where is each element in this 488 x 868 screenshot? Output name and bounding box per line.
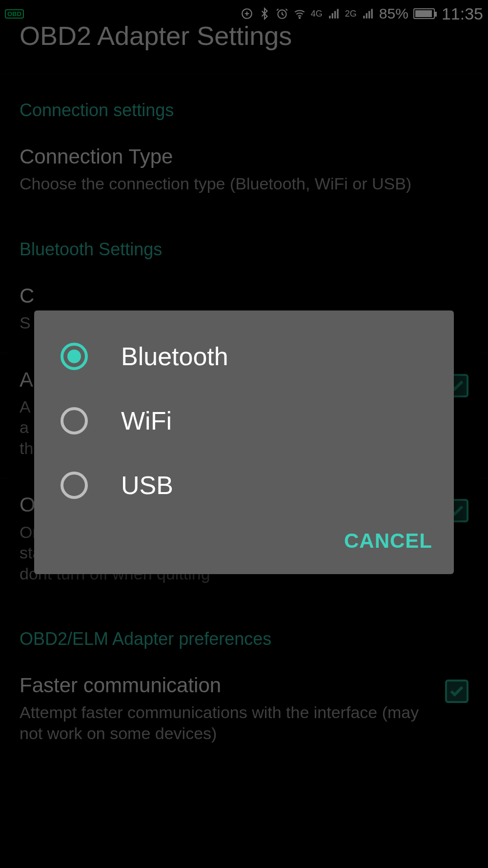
radio-label: WiFi [121,406,172,435]
radio-label: Bluetooth [121,342,228,371]
radio-option-bluetooth[interactable]: Bluetooth [34,324,454,389]
dialog-actions: CANCEL [34,517,454,574]
radio-unselected-icon [61,472,88,499]
radio-option-usb[interactable]: USB [34,453,454,517]
connection-type-dialog: Bluetooth WiFi USB CANCEL [34,310,454,574]
radio-option-wifi[interactable]: WiFi [34,389,454,453]
cancel-button[interactable]: CANCEL [344,529,432,553]
radio-unselected-icon [61,407,88,434]
radio-label: USB [121,471,173,500]
radio-selected-icon [61,343,88,370]
